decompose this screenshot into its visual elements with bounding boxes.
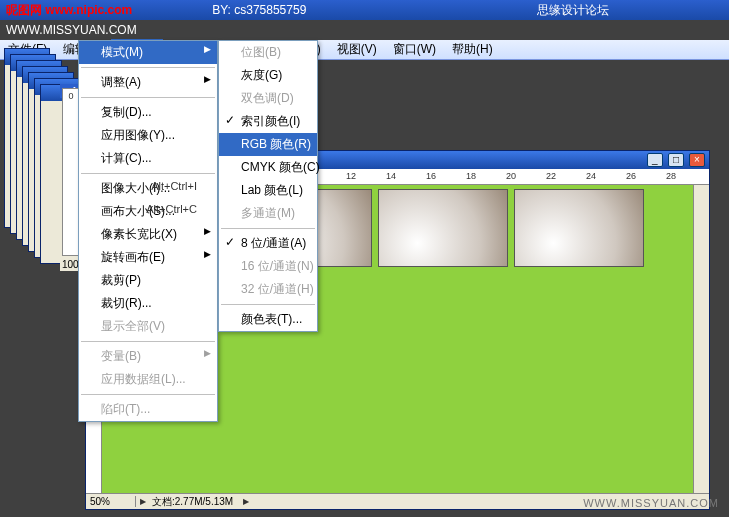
watermark-left: 昵图网 www.nipic.com (6, 2, 132, 19)
menu-adjustments[interactable]: 调整(A) (79, 71, 217, 94)
menu-reveal-all: 显示全部(V) (79, 315, 217, 338)
forum-watermark: 思缘设计论坛 (537, 2, 609, 19)
status-chevron2-icon[interactable]: ▶ (243, 497, 249, 506)
menu-trap: 陷印(T)... (79, 398, 217, 421)
menu-help[interactable]: 帮助(H) (444, 39, 501, 60)
mode-lab[interactable]: Lab 颜色(L) (219, 179, 317, 202)
menu-calculations[interactable]: 计算(C)... (79, 147, 217, 170)
menu-view[interactable]: 视图(V) (329, 39, 385, 60)
image-menu-dropdown: 模式(M) 调整(A) 复制(D)... 应用图像(Y)... 计算(C)...… (78, 40, 218, 422)
mode-bitmap: 位图(B) (219, 41, 317, 64)
site-watermark-top: WWW.MISSYUAN.COM (0, 20, 729, 40)
menu-window[interactable]: 窗口(W) (385, 39, 444, 60)
mode-cmyk[interactable]: CMYK 颜色(C) (219, 156, 317, 179)
thumb-3 (378, 189, 508, 267)
menu-duplicate[interactable]: 复制(D)... (79, 101, 217, 124)
menu-crop[interactable]: 裁剪(P) (79, 269, 217, 292)
mode-indexed[interactable]: 索引颜色(I) (219, 110, 317, 133)
vertical-scrollbar[interactable] (693, 185, 709, 493)
doc-info: 文档:2.77M/5.13M (146, 495, 239, 509)
menu-trim[interactable]: 裁切(R)... (79, 292, 217, 315)
close-button[interactable]: × (689, 153, 705, 167)
mode-32bit: 32 位/通道(H) (219, 278, 317, 301)
app-titlebar: 昵图网 www.nipic.com BY: cs375855759 (0, 0, 729, 20)
mode-submenu: 位图(B) 灰度(G) 双色调(D) 索引颜色(I) RGB 颜色(R) CMY… (218, 40, 318, 332)
site-watermark-bottom: WWW.MISSYUAN.COM (583, 497, 719, 509)
author-credit: BY: cs375855759 (212, 3, 306, 17)
menu-variables: 变量(B) (79, 345, 217, 368)
thumb-4 (514, 189, 644, 267)
menu-image-size[interactable]: 图像大小(I)...Alt+Ctrl+I (79, 177, 217, 200)
mode-rgb[interactable]: RGB 颜色(R) (219, 133, 317, 156)
mode-multichannel: 多通道(M) (219, 202, 317, 225)
minimize-button[interactable]: _ (647, 153, 663, 167)
zoom-level[interactable]: 50% (86, 496, 136, 507)
menu-canvas-size[interactable]: 画布大小(S)...Alt+Ctrl+C (79, 200, 217, 223)
mode-color-table[interactable]: 颜色表(T)... (219, 308, 317, 331)
mode-8bit[interactable]: 8 位/通道(A) (219, 232, 317, 255)
maximize-button[interactable]: □ (668, 153, 684, 167)
menu-apply-image[interactable]: 应用图像(Y)... (79, 124, 217, 147)
window-buttons: _ □ × (645, 153, 705, 167)
menu-apply-data-set: 应用数据组(L)... (79, 368, 217, 391)
mode-grayscale[interactable]: 灰度(G) (219, 64, 317, 87)
mode-16bit: 16 位/通道(N) (219, 255, 317, 278)
menu-rotate-canvas[interactable]: 旋转画布(E) (79, 246, 217, 269)
menu-pixel-aspect[interactable]: 像素长宽比(X) (79, 223, 217, 246)
mode-duotone: 双色调(D) (219, 87, 317, 110)
menu-mode[interactable]: 模式(M) (79, 41, 217, 64)
